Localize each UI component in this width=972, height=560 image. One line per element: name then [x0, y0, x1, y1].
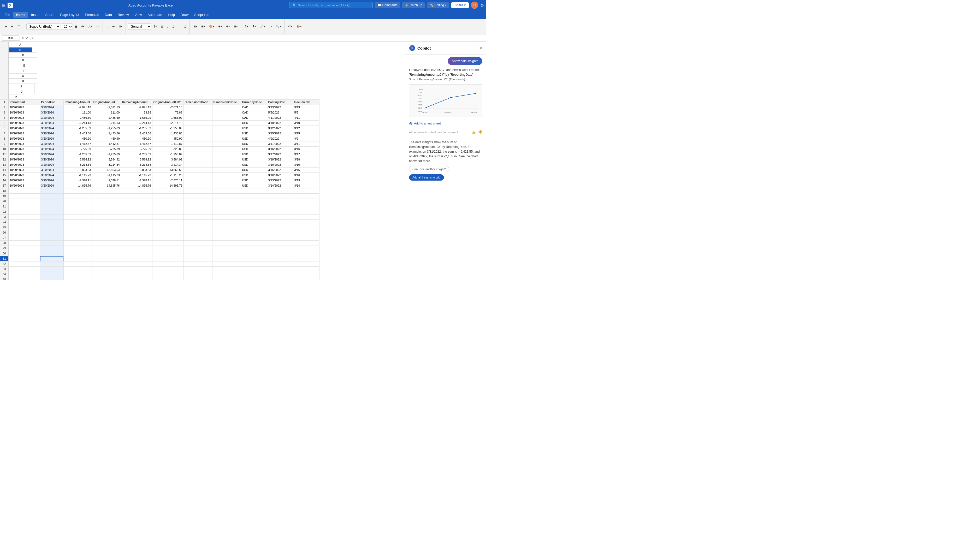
cell-k15[interactable]: 3/16 — [293, 172, 319, 178]
cell-g3[interactable] — [183, 110, 212, 115]
col-header-k[interactable]: K — [8, 94, 24, 99]
cell-e7[interactable]: -1,433.86 — [121, 131, 152, 136]
cell-j22[interactable] — [267, 209, 293, 214]
font-size-selector[interactable]: 10 — [61, 23, 73, 30]
cell-g31[interactable] — [183, 256, 212, 261]
format-as-table-button[interactable]: ⊞▾ — [200, 24, 207, 29]
thumbs-up-button[interactable]: 👍 — [472, 130, 476, 134]
cell-e11[interactable]: -1,255.89 — [121, 152, 152, 157]
cell-g27[interactable] — [183, 235, 212, 240]
cell-c20[interactable] — [63, 198, 92, 204]
cell-i16[interactable]: USD — [241, 178, 267, 183]
cell-e32[interactable] — [121, 261, 152, 267]
cell-j3[interactable]: 5/5/2022 — [267, 110, 293, 115]
cell-e12[interactable]: -3,584.92 — [121, 157, 152, 162]
cell-f2[interactable]: -2,071.13 — [152, 105, 183, 110]
cell-i32[interactable] — [241, 261, 267, 267]
cell-g16[interactable] — [183, 178, 212, 183]
cell-k16[interactable]: 3/13 — [293, 178, 319, 183]
cell-f5[interactable]: -2,214.13 — [152, 120, 183, 125]
cell-g10[interactable] — [183, 147, 212, 152]
cell-j31[interactable] — [267, 256, 293, 261]
cell-d4[interactable]: -2,486.60 — [92, 115, 121, 120]
cell-a23[interactable] — [8, 214, 40, 220]
cell-a20[interactable] — [8, 198, 40, 204]
cell-d9[interactable]: -1,412.87 — [92, 141, 121, 147]
menu-scriptlab[interactable]: Script Lab — [192, 12, 212, 18]
cell-h6[interactable] — [212, 125, 241, 131]
menu-file[interactable]: File — [2, 12, 13, 18]
cell-b13[interactable]: 3/20/2024 — [40, 162, 63, 167]
col-header-j[interactable]: J — [8, 89, 35, 94]
cell-k14[interactable]: 3/16 — [293, 167, 319, 172]
menu-insert[interactable]: Insert — [28, 12, 42, 18]
cell-e35[interactable] — [121, 277, 152, 280]
cell-c14[interactable]: -13,863.53 — [63, 167, 92, 172]
add-to-sheet-action[interactable]: ⊕ Add to a new sheet — [409, 120, 482, 128]
cell-g5[interactable] — [183, 120, 212, 125]
delete-cells-button[interactable]: ⊖▾ — [225, 24, 232, 29]
cell-c27[interactable] — [63, 235, 92, 240]
cell-h32[interactable] — [212, 261, 241, 267]
cell-e3[interactable]: 73.88 — [121, 110, 152, 115]
col-header-a[interactable]: A — [8, 42, 32, 47]
increase-decimal-button[interactable]: .0→ — [170, 24, 179, 29]
cell-d17[interactable]: -14,895.76 — [92, 183, 121, 188]
comma-button[interactable]: , — [166, 24, 170, 29]
menu-automate[interactable]: Automate — [145, 12, 165, 18]
cell-d31[interactable] — [92, 256, 121, 261]
cell-j18[interactable] — [267, 188, 293, 193]
cell-e14[interactable]: -13,863.53 — [121, 167, 152, 172]
cell-j17[interactable]: 3/14/2022 — [267, 183, 293, 188]
cell-d13[interactable]: -3,214.34 — [92, 162, 121, 167]
cell-f28[interactable] — [152, 240, 183, 245]
cell-e15[interactable]: -1,115.23 — [121, 172, 152, 178]
cell-a32[interactable] — [8, 261, 40, 267]
cell-b8[interactable]: 3/20/2024 — [40, 136, 63, 141]
cell-b5[interactable]: 3/20/2024 — [40, 120, 63, 125]
share-button[interactable]: Share ▾ — [451, 2, 469, 8]
cell-a10[interactable]: 10/20/2023 — [8, 147, 40, 152]
cell-k30[interactable] — [293, 251, 319, 256]
cell-k2[interactable]: 3/13 — [293, 105, 319, 110]
cell-k5[interactable]: 3/10 — [293, 120, 319, 125]
header-remaining-amount[interactable]: RemainingAmount — [63, 99, 92, 105]
cell-i11[interactable]: USD — [241, 152, 267, 157]
cell-k25[interactable] — [293, 225, 319, 230]
col-header-b[interactable]: B — [8, 47, 32, 52]
cell-e30[interactable] — [121, 251, 152, 256]
cell-c2[interactable]: -2,071.13 — [63, 105, 92, 110]
menu-page-layout[interactable]: Page Layout — [57, 12, 82, 18]
col-header-f[interactable]: F — [8, 68, 40, 73]
cell-a13[interactable]: 10/20/2023 — [8, 162, 40, 167]
col-header-c[interactable]: C — [8, 52, 37, 58]
cell-d26[interactable] — [92, 230, 121, 235]
add-all-insights-button[interactable]: Add all insights to grid — [409, 174, 444, 181]
accounting-button[interactable]: $▾ — [152, 24, 158, 29]
cell-j35[interactable] — [267, 277, 293, 280]
cell-d28[interactable] — [92, 240, 121, 245]
cell-k8[interactable]: 4/9 — [293, 136, 319, 141]
cell-d23[interactable] — [92, 214, 121, 220]
cell-h26[interactable] — [212, 230, 241, 235]
cell-c15[interactable]: -1,115.23 — [63, 172, 92, 178]
cell-d5[interactable]: -2,214.13 — [92, 120, 121, 125]
header-original-amount[interactable]: OriginalAmount — [92, 99, 121, 105]
cell-e28[interactable] — [121, 240, 152, 245]
cell-g22[interactable] — [183, 209, 212, 214]
cell-h34[interactable] — [212, 272, 241, 277]
cell-h9[interactable] — [212, 141, 241, 147]
cell-i28[interactable] — [241, 240, 267, 245]
cell-b27[interactable] — [40, 235, 63, 240]
cell-f11[interactable]: -1,255.89 — [152, 152, 183, 157]
cell-b4[interactable]: 3/20/2024 — [40, 115, 63, 120]
cell-h2[interactable] — [212, 105, 241, 110]
cell-b11[interactable]: 3/20/2024 — [40, 152, 63, 157]
cell-j13[interactable]: 3/10/2022 — [267, 162, 293, 167]
cell-e9[interactable]: -1,412.87 — [121, 141, 152, 147]
menu-draw[interactable]: Draw — [178, 12, 191, 18]
cell-h35[interactable] — [212, 277, 241, 280]
cell-h25[interactable] — [212, 225, 241, 230]
cell-i3[interactable]: CAD — [241, 110, 267, 115]
cell-b17[interactable]: 3/20/2024 — [40, 183, 63, 188]
